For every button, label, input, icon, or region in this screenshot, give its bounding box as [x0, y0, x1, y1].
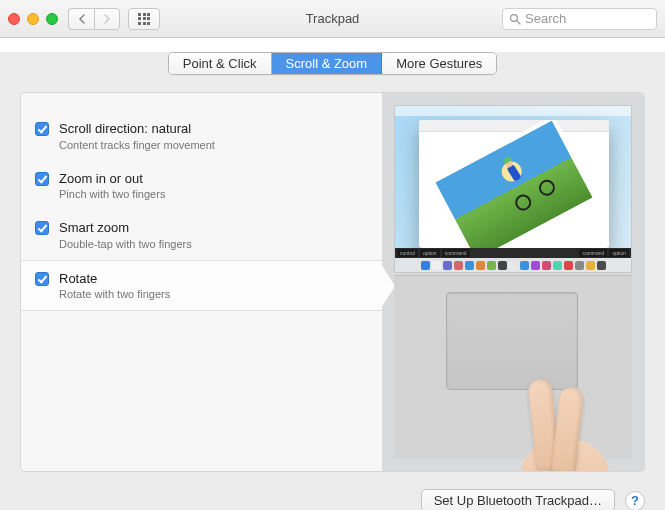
checkbox-smart-zoom[interactable]	[35, 221, 49, 235]
option-title: Zoom in or out	[59, 171, 165, 187]
search-placeholder: Search	[525, 11, 566, 26]
show-all-button[interactable]	[128, 8, 160, 30]
preview-screen: control option command command option	[394, 105, 632, 273]
option-title: Rotate	[59, 271, 170, 287]
nav-back-forward	[68, 8, 120, 30]
option-smart-zoom[interactable]: Smart zoom Double-tap with two fingers	[21, 210, 382, 260]
svg-line-1	[517, 20, 520, 23]
close-icon[interactable]	[8, 13, 20, 25]
back-button[interactable]	[68, 8, 94, 30]
option-subtitle: Content tracks finger movement	[59, 139, 215, 151]
checkbox-zoom[interactable]	[35, 172, 49, 186]
option-text: Smart zoom Double-tap with two fingers	[59, 220, 192, 250]
option-text: Zoom in or out Pinch with two fingers	[59, 171, 165, 201]
minimize-icon[interactable]	[27, 13, 39, 25]
cyclist-graphic	[498, 150, 555, 211]
forward-button[interactable]	[94, 8, 120, 30]
titlebar: Trackpad Search	[0, 0, 665, 38]
tab-more-gestures[interactable]: More Gestures	[382, 53, 496, 74]
preview-trackpad-area	[394, 275, 632, 459]
footer: Set Up Bluetooth Trackpad… ?	[0, 489, 665, 510]
option-subtitle: Double-tap with two fingers	[59, 238, 192, 250]
option-zoom[interactable]: Zoom in or out Pinch with two fingers	[21, 161, 382, 211]
modifier-key-bar: control option command command option	[395, 248, 631, 258]
content-area: Point & Click Scroll & Zoom More Gesture…	[0, 52, 665, 510]
window-title: Trackpad	[306, 11, 360, 26]
preview-menubar	[395, 106, 631, 116]
setup-bluetooth-button[interactable]: Set Up Bluetooth Trackpad…	[421, 489, 615, 510]
settings-panel: Scroll direction: natural Content tracks…	[20, 92, 645, 472]
tab-point-click[interactable]: Point & Click	[169, 53, 272, 74]
zoom-icon[interactable]	[46, 13, 58, 25]
help-button[interactable]: ?	[625, 491, 645, 511]
options-list: Scroll direction: natural Content tracks…	[21, 93, 382, 471]
search-icon	[509, 13, 521, 25]
option-text: Scroll direction: natural Content tracks…	[59, 121, 215, 151]
preview-hand	[502, 359, 612, 469]
option-title: Scroll direction: natural	[59, 121, 215, 137]
option-text: Rotate Rotate with two fingers	[59, 271, 170, 301]
option-subtitle: Rotate with two fingers	[59, 288, 170, 300]
grid-icon	[138, 13, 150, 25]
search-input[interactable]: Search	[502, 8, 657, 30]
preview-window	[419, 120, 609, 248]
preview-photo	[430, 120, 598, 248]
option-subtitle: Pinch with two fingers	[59, 188, 165, 200]
option-rotate[interactable]: Rotate Rotate with two fingers	[21, 260, 382, 312]
tab-bar: Point & Click Scroll & Zoom More Gesture…	[168, 52, 497, 75]
preview-dock	[395, 258, 631, 272]
option-scroll-direction[interactable]: Scroll direction: natural Content tracks…	[21, 111, 382, 161]
checkbox-scroll-direction[interactable]	[35, 122, 49, 136]
gesture-preview: control option command command option	[382, 93, 644, 471]
option-title: Smart zoom	[59, 220, 192, 236]
preview-window-title	[419, 120, 609, 132]
checkbox-rotate[interactable]	[35, 272, 49, 286]
tab-scroll-zoom[interactable]: Scroll & Zoom	[272, 53, 383, 74]
window-controls	[8, 13, 58, 25]
